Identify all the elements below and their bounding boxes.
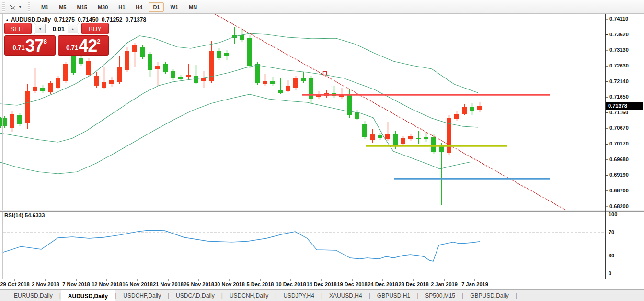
candle-up	[278, 90, 283, 93]
date-axis-label: 30 Nov 2018	[214, 281, 245, 287]
chart-tab-gbpusd[interactable]: GBPUSD,Daily	[463, 290, 516, 301]
candle-down	[102, 82, 106, 88]
candle-up	[171, 71, 175, 78]
candle-up	[416, 138, 421, 139]
date-axis-label: 28 Dec 2018	[399, 281, 429, 287]
date-axis-label: 29 Oct 2018	[0, 281, 29, 287]
chart-tab-xauusd[interactable]: XAUUSD,H4	[322, 290, 369, 301]
candle-up	[178, 77, 183, 79]
candle-down	[263, 81, 267, 84]
chart-tab-sp500[interactable]: SP500,M15	[418, 290, 462, 301]
candle-up	[270, 81, 275, 84]
candle-up	[393, 134, 398, 145]
candle-down	[125, 51, 129, 70]
volume-increase-button[interactable]: ▲	[68, 24, 78, 33]
candle-up	[79, 58, 83, 64]
tab-separator: |	[516, 290, 517, 301]
candle-down	[56, 78, 60, 88]
candle-down	[155, 66, 160, 69]
candle-down	[109, 80, 114, 84]
chart-tab-usdcad[interactable]: USDCAD,Daily	[169, 290, 221, 301]
candle-down	[385, 134, 390, 139]
date-axis-label: 7 Nov 2018	[62, 281, 90, 287]
candle-down	[408, 136, 413, 139]
terminal-window: ▼ M1M5M15M30H1H4D1W1MN ▲AUDUSD,Daily 0.7…	[0, 0, 644, 301]
chart-tab-eurusd[interactable]: EURUSD,Daily	[7, 290, 59, 301]
rsi-axis-label: 30	[609, 253, 614, 258]
chart-tabs-bar: EURUSD,Daily|AUDUSD,Daily|USDCHF,Daily|U…	[0, 290, 644, 301]
current-price-tag: 0.71378	[606, 102, 643, 110]
candle-down	[25, 91, 30, 123]
volume-decrease-button[interactable]: ▼	[35, 24, 46, 33]
ohlc-open: 0.71275	[54, 16, 75, 23]
price-axis-label: 0.70670	[610, 125, 629, 131]
price-axis-label: 0.72140	[610, 78, 629, 84]
ohlc-high: 0.71450	[78, 16, 98, 23]
volume-input[interactable]	[46, 25, 68, 33]
ohlc-close: 0.71378	[126, 16, 146, 23]
price-axis-label: 0.74110	[610, 16, 628, 22]
volume-spinner: ▼ ▲	[34, 23, 79, 34]
sell-button[interactable]: SELL	[4, 23, 32, 34]
buy-price-box[interactable]: 0.71 42 2	[58, 35, 109, 56]
one-click-trading-panel: SELL ▼ ▲ BUY 0.71 37 8 0.71 42 2	[4, 23, 109, 56]
date-axis-label: 19 Dec 2018	[337, 281, 368, 287]
buy-button[interactable]: BUY	[81, 23, 109, 34]
symbol-header: ▲AUDUSD,Daily 0.71275 0.71450 0.71252 0.…	[5, 16, 148, 23]
trendline-handle[interactable]	[323, 72, 327, 75]
candle-down	[132, 45, 137, 52]
candle-down	[86, 61, 91, 75]
price-axis-label: 0.71160	[610, 110, 628, 115]
date-axis-label: 2 Jan 2019	[431, 281, 458, 287]
date-axis-label: 16 Nov 2018	[122, 281, 153, 287]
candle-up	[424, 137, 428, 139]
chart-tab-audusd[interactable]: AUDUSD,Daily	[61, 290, 115, 301]
buy-price-sup: 2	[97, 38, 100, 45]
rsi-axis-label: 0	[609, 270, 611, 276]
candle-down	[201, 78, 206, 81]
price-axis-label: 0.70170	[610, 141, 629, 146]
buy-price-big: 42	[79, 38, 97, 54]
chart-tab-usdjpy[interactable]: USDJPY,H4	[276, 290, 321, 301]
price-axis-label: 0.72630	[610, 63, 629, 68]
price-axis-label: 0.68200	[610, 203, 629, 209]
sell-price-prefix: 0.71	[12, 44, 24, 51]
candle-up	[347, 95, 352, 115]
candle-down	[462, 107, 467, 114]
collapse-triangle-icon[interactable]: ▲	[5, 18, 9, 22]
price-axis-label: 0.69680	[610, 156, 629, 162]
candle-up	[431, 137, 436, 152]
sell-price-box[interactable]: 0.71 37 8	[4, 35, 56, 56]
candle-down	[477, 106, 482, 110]
trendline[interactable]	[214, 13, 565, 210]
rsi-axis-label: 100	[609, 212, 617, 217]
date-axis-label: 24 Dec 2018	[368, 281, 398, 287]
price-axis-label: 0.73130	[610, 47, 629, 53]
candle-down	[33, 87, 37, 91]
price-axis-label: 0.73620	[610, 32, 629, 37]
candle-up	[255, 64, 260, 83]
price-axis-label: 0.69190	[610, 172, 629, 178]
chart-tab-usdcnh[interactable]: USDCNH,Daily	[223, 290, 275, 301]
candle-up	[247, 38, 252, 66]
candle-down	[186, 75, 191, 77]
date-axis-label: 26 Nov 2018	[184, 281, 214, 287]
candle-up	[217, 51, 221, 58]
date-axis-label: 14 Dec 2018	[307, 281, 337, 287]
candle-up	[362, 124, 367, 137]
date-axis-label: 2 Nov 2018	[32, 281, 59, 287]
ohlc-low: 0.71252	[102, 16, 122, 23]
candle-down	[370, 134, 375, 140]
candle-up	[71, 56, 76, 73]
chart-tab-usdchf[interactable]: USDCHF,Daily	[116, 290, 168, 301]
candle-down	[293, 78, 298, 88]
price-axis-label: 0.68700	[610, 188, 629, 193]
candle-up	[148, 54, 152, 70]
candle-up	[224, 53, 229, 56]
candle-down	[117, 67, 122, 82]
candle-down	[48, 83, 53, 92]
chart-tab-gbpusd[interactable]: GBPUSD,H1	[370, 290, 417, 301]
date-axis-label: 12 Nov 2018	[92, 281, 122, 287]
candle-up	[140, 47, 145, 57]
candle-down	[63, 64, 68, 81]
